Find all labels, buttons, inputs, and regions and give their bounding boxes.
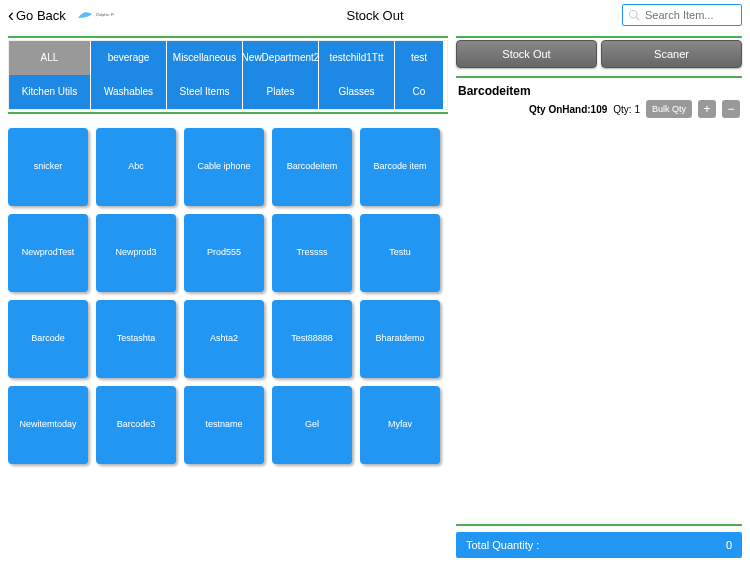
item-tile[interactable]: Barcode: [8, 300, 88, 378]
line-item-name: Barcodeitem: [458, 84, 740, 98]
item-tile[interactable]: Prod555: [184, 214, 264, 292]
item-tile[interactable]: Myfav: [360, 386, 440, 464]
divider: [8, 112, 448, 114]
category-tab[interactable]: testchild1Ttt: [319, 41, 395, 75]
bulk-qty-button[interactable]: Bulk Qty: [646, 100, 692, 118]
svg-point-1: [630, 11, 638, 19]
item-tile[interactable]: Testashta: [96, 300, 176, 378]
category-tab[interactable]: Co: [395, 75, 443, 109]
total-label: Total Quantity :: [466, 539, 539, 551]
category-tab[interactable]: NewDepartment2: [243, 41, 319, 75]
go-back-button[interactable]: ‹ Go Back: [8, 6, 66, 24]
go-back-label: Go Back: [16, 8, 66, 23]
qty-label: Qty: 1: [613, 104, 640, 115]
page-title: Stock Out: [346, 8, 403, 23]
item-tile[interactable]: Tressss: [272, 214, 352, 292]
decrement-button[interactable]: −: [722, 100, 740, 118]
item-tile[interactable]: Newitemtoday: [8, 386, 88, 464]
item-tile[interactable]: Barcode3: [96, 386, 176, 464]
svg-line-2: [636, 17, 639, 20]
chevron-left-icon: ‹: [8, 6, 14, 24]
item-tile[interactable]: Barcodeitem: [272, 128, 352, 206]
item-tile[interactable]: Barcode item: [360, 128, 440, 206]
category-tabs: ALLbeverageMiscellaneousNewDepartment2te…: [8, 40, 448, 110]
category-tab[interactable]: Glasses: [319, 75, 395, 109]
item-tile[interactable]: Ashta2: [184, 300, 264, 378]
item-tile[interactable]: NewprodTest: [8, 214, 88, 292]
total-value: 0: [726, 539, 732, 551]
category-tab[interactable]: Kitchen Utils: [9, 75, 91, 109]
category-tab[interactable]: Plates: [243, 75, 319, 109]
item-tile[interactable]: testname: [184, 386, 264, 464]
category-tab[interactable]: Steel Items: [167, 75, 243, 109]
items-grid: snickerAbcCable iphoneBarcodeitemBarcode…: [8, 116, 448, 476]
onhand-label: Qty OnHand:109: [529, 104, 607, 115]
category-tab[interactable]: ALL: [9, 41, 91, 75]
item-tile[interactable]: Abc: [96, 128, 176, 206]
scanner-button[interactable]: Scaner: [601, 40, 742, 68]
stock-out-button[interactable]: Stock Out: [456, 40, 597, 68]
app-logo: Dolphin POS: [74, 6, 114, 24]
search-input[interactable]: [622, 4, 742, 26]
item-tile[interactable]: Gel: [272, 386, 352, 464]
line-item: Barcodeitem Qty OnHand:109 Qty: 1 Bulk Q…: [456, 80, 742, 122]
divider: [456, 524, 742, 526]
divider: [456, 76, 742, 78]
line-items-list: Barcodeitem Qty OnHand:109 Qty: 1 Bulk Q…: [456, 80, 742, 522]
item-tile[interactable]: Bharatdemo: [360, 300, 440, 378]
item-tile[interactable]: Cable iphone: [184, 128, 264, 206]
search-icon: [628, 9, 640, 21]
item-tile[interactable]: Newprod3: [96, 214, 176, 292]
total-quantity-bar: Total Quantity : 0: [456, 532, 742, 558]
category-tab[interactable]: Miscellaneous: [167, 41, 243, 75]
category-tab[interactable]: beverage: [91, 41, 167, 75]
divider: [8, 36, 448, 38]
item-tile[interactable]: Testu: [360, 214, 440, 292]
category-tab[interactable]: Washables: [91, 75, 167, 109]
increment-button[interactable]: +: [698, 100, 716, 118]
item-tile[interactable]: Test88888: [272, 300, 352, 378]
svg-text:Dolphin POS: Dolphin POS: [96, 12, 114, 17]
divider: [456, 36, 742, 38]
category-tab[interactable]: test: [395, 41, 443, 75]
item-tile[interactable]: snicker: [8, 128, 88, 206]
